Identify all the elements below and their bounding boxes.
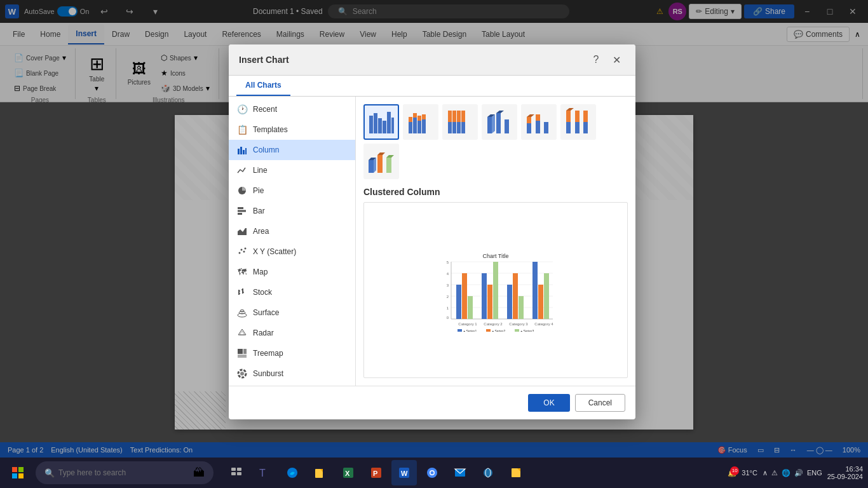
chart-types-row [363, 104, 628, 179]
svg-point-11 [243, 251, 245, 253]
svg-point-9 [239, 252, 241, 254]
svg-rect-83 [575, 111, 580, 122]
templates-icon: 📋 [236, 124, 248, 135]
notification-badge: 10 [730, 466, 739, 475]
svg-rect-123 [458, 329, 462, 332]
volume-icon[interactable]: 🔊 [794, 469, 803, 477]
svg-rect-50 [391, 118, 394, 133]
svg-text:T: T [259, 468, 266, 478]
files-app[interactable] [308, 460, 333, 485]
dialog-help-button[interactable]: ? [587, 51, 605, 69]
svg-rect-76 [536, 121, 540, 133]
svg-text:Category 1: Category 1 [458, 322, 477, 326]
svg-rect-73 [527, 123, 531, 133]
chart-category-pie[interactable]: Pie [229, 180, 355, 201]
ok-button[interactable]: OK [528, 394, 569, 412]
outlook-app[interactable] [447, 460, 473, 485]
chart-category-recent[interactable]: 🕐 Recent [229, 99, 355, 119]
svg-text:Category 4: Category 4 [534, 322, 553, 326]
svg-point-27 [240, 372, 244, 376]
start-button[interactable] [5, 460, 31, 485]
system-tray-expand[interactable]: ∧ [763, 469, 768, 477]
chart-type-100-stacked-column[interactable] [442, 104, 478, 140]
chart-category-templates[interactable]: 📋 Templates [229, 119, 355, 140]
svg-text:1: 1 [447, 306, 449, 310]
taskview-button[interactable] [224, 460, 249, 485]
tab-all-charts[interactable]: All Charts [236, 76, 290, 96]
svg-rect-24 [238, 349, 243, 354]
svg-rect-78 [544, 122, 548, 133]
svg-text:W: W [401, 470, 408, 477]
svg-rect-62 [452, 111, 456, 122]
edge-app[interactable] [280, 460, 305, 485]
svg-rect-45 [369, 116, 373, 133]
chart-category-map[interactable]: 🗺 Map [229, 262, 355, 282]
chart-category-treemap[interactable]: Treemap [229, 343, 355, 363]
svg-rect-77 [536, 114, 540, 121]
chart-category-surface[interactable]: Surface [229, 302, 355, 323]
svg-rect-72 [505, 119, 509, 133]
chart-type-3d-stacked-column[interactable] [521, 104, 557, 140]
chart-category-line[interactable]: Line [229, 160, 355, 180]
clock-date: 25-09-2024 [827, 473, 863, 480]
taskbar-search[interactable]: 🔍 🏔 [36, 461, 214, 484]
excel-app[interactable]: X [336, 460, 361, 485]
area-icon [236, 226, 248, 237]
svg-text:5: 5 [447, 261, 449, 264]
dialog-controls: ? ✕ [587, 51, 625, 69]
svg-point-10 [241, 249, 243, 251]
powerpoint-app[interactable]: P [363, 460, 389, 485]
svg-text:P: P [373, 470, 377, 477]
svg-rect-49 [387, 112, 391, 133]
chart-type-stacked-column[interactable] [403, 104, 438, 140]
svg-rect-132 [18, 473, 24, 478]
teams-app[interactable]: T [252, 460, 277, 485]
svg-rect-53 [413, 118, 417, 133]
svg-text:Category 3: Category 3 [509, 322, 528, 326]
insert-chart-dialog: Insert Chart ? ✕ All Charts 🕐 Recent � [229, 44, 635, 419]
svg-rect-5 [238, 207, 243, 209]
system-tray: ∧ ⚠ 🌐 🔊 ENG [763, 469, 822, 477]
svg-text:● Series2: ● Series2 [492, 329, 506, 332]
dialog-close-button[interactable]: ✕ [607, 51, 625, 69]
word-app[interactable]: W [391, 460, 417, 485]
cancel-button[interactable]: Cancel [575, 394, 625, 412]
sticky-notes-app[interactable] [503, 460, 529, 485]
chart-type-3d-clustered-column[interactable] [482, 104, 517, 140]
chart-type-3d-column[interactable] [363, 144, 399, 179]
chart-category-radar[interactable]: Radar [229, 323, 355, 343]
taskbar-right: 🔔 10 31°C ∧ ⚠ 🌐 🔊 ENG 16:34 25-09-2024 [728, 465, 863, 480]
chart-category-bar[interactable]: Bar [229, 201, 355, 221]
ie-app[interactable] [475, 460, 501, 485]
chart-category-sunburst[interactable]: Sunburst [229, 363, 355, 384]
svg-rect-114 [513, 273, 518, 319]
chart-type-clustered-column[interactable] [363, 104, 399, 140]
svg-point-12 [245, 248, 247, 250]
clock[interactable]: 16:34 25-09-2024 [827, 465, 863, 480]
svg-rect-56 [417, 116, 421, 121]
taskbar-search-input[interactable] [58, 468, 193, 477]
svg-rect-54 [413, 113, 417, 118]
chart-category-scatter[interactable]: X Y (Scatter) [229, 241, 355, 262]
warning-tray-icon: ⚠ [771, 469, 778, 477]
chart-category-column[interactable]: Column [229, 140, 355, 160]
dialog-tabs: All Charts [229, 76, 635, 97]
svg-rect-115 [519, 296, 524, 319]
svg-point-149 [431, 471, 434, 475]
dialog-footer: OK Cancel [229, 386, 635, 419]
svg-rect-82 [575, 122, 580, 133]
chart-category-area[interactable]: Area [229, 221, 355, 241]
svg-marker-69 [492, 114, 495, 133]
chrome-app[interactable] [419, 460, 445, 485]
chart-preview: Chart Title 5 4 3 2 1 [363, 202, 628, 378]
sunburst-icon [236, 368, 248, 379]
svg-rect-86 [369, 160, 374, 173]
chart-type-3d-100-stacked-column[interactable] [560, 104, 596, 140]
svg-text:● Series3: ● Series3 [520, 329, 534, 332]
svg-marker-75 [527, 114, 534, 117]
chart-category-stock[interactable]: Stock [229, 282, 355, 302]
network-icon[interactable]: 🌐 [782, 469, 790, 477]
notification-icon[interactable]: 🔔 10 [728, 469, 736, 477]
svg-rect-118 [544, 273, 549, 319]
svg-rect-47 [378, 118, 382, 133]
